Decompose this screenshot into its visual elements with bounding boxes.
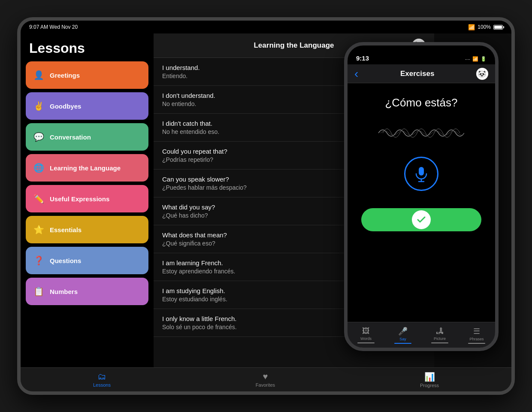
phone-tab-icon-2: 🏞 <box>436 327 444 336</box>
phone-tab-bar: 🖼 Words 🎤 Say 🏞 Picture ☰ Phrases <box>348 322 495 348</box>
lesson-icon-4: ✏️ <box>33 193 45 205</box>
lesson-icon-3: 🌐 <box>33 162 45 174</box>
lesson-icon-7: 📋 <box>33 285 45 297</box>
mic-button[interactable] <box>404 157 438 191</box>
phone-tab-label-3: Phrases <box>469 337 484 341</box>
phone-tab-phrases[interactable]: ☰ Phrases <box>468 327 485 344</box>
phone-signal-icon: ···· <box>465 57 470 62</box>
lesson-label-3: Learning the Language <box>50 164 121 172</box>
phone-tab-indicator-2 <box>431 342 448 343</box>
success-check-icon <box>412 210 431 229</box>
lesson-label-6: Questions <box>50 257 81 264</box>
lesson-item-conversation[interactable]: 💬 Conversation <box>26 123 148 151</box>
phone-tab-say[interactable]: 🎤 Say <box>394 327 411 344</box>
phone-tab-label-1: Say <box>399 337 406 341</box>
phone-back-button[interactable]: ‹ <box>354 67 358 81</box>
lesson-label-5: Essentials <box>50 226 82 233</box>
lesson-label-2: Conversation <box>50 133 91 141</box>
tablet-frame: 9:07 AM Wed Nov 20 📶 100% Lessons 👤 Gree… <box>17 17 515 395</box>
lesson-item-useful-expressions[interactable]: ✏️ Useful Expressions <box>26 185 148 212</box>
svg-rect-0 <box>419 167 424 176</box>
lesson-item-essentials[interactable]: ⭐ Essentials <box>26 216 148 243</box>
lesson-icon-0: 👤 <box>33 69 45 81</box>
phone-nav-title: Exercises <box>400 70 434 78</box>
bottom-tab-progress[interactable]: 📊 Progress <box>420 372 439 388</box>
phone-tab-picture[interactable]: 🏞 Picture <box>431 327 448 343</box>
phone-tab-icon-0: 🖼 <box>362 327 370 336</box>
lesson-item-learning-the-language[interactable]: 🌐 Learning the Language <box>26 154 148 182</box>
wifi-icon: 📶 <box>468 24 475 30</box>
tablet-bottom-bar: 🗂 Lessons ♥ Favorites 📊 Progress <box>21 367 511 391</box>
phone-main-area: ¿Cómo estás? <box>348 83 495 322</box>
bottom-tab-icon-2: 📊 <box>424 372 435 382</box>
phone-nav-bar: ‹ Exercises 🐼 <box>348 64 495 83</box>
phone-frame: 9:13 ···· 📶 🔋 ‹ Exercises 🐼 ¿Cómo estás? <box>344 42 499 351</box>
phone-wrapper: 9:13 ···· 📶 🔋 ‹ Exercises 🐼 ¿Cómo estás? <box>344 42 499 351</box>
mic-icon <box>413 165 430 182</box>
battery-label: 100% <box>478 24 491 30</box>
lesson-label-4: Useful Expressions <box>50 195 109 203</box>
tablet-status-bar: 9:07 AM Wed Nov 20 📶 100% <box>21 21 511 33</box>
waveform-display <box>378 122 464 144</box>
lesson-icon-1: ✌️ <box>33 100 45 112</box>
mic-button-container <box>404 157 438 191</box>
phone-time: 9:13 <box>356 55 369 62</box>
phone-tab-label-2: Picture <box>434 336 446 341</box>
tablet-status-right: 📶 100% <box>468 24 503 30</box>
bottom-tab-label-1: Favorites <box>256 382 275 388</box>
lesson-icon-6: ❓ <box>33 254 45 267</box>
lesson-item-questions[interactable]: ❓ Questions <box>26 247 148 274</box>
checkmark-svg <box>416 215 426 225</box>
bottom-tab-lessons[interactable]: 🗂 Lessons <box>93 372 111 388</box>
lesson-item-greetings[interactable]: 👤 Greetings <box>26 61 148 89</box>
waveform-svg <box>378 122 464 144</box>
phone-status-right: ···· 📶 🔋 <box>465 56 487 62</box>
phone-tab-indicator-0 <box>357 342 375 343</box>
bottom-tab-label-0: Lessons <box>93 382 111 388</box>
bottom-tab-icon-0: 🗂 <box>97 372 106 382</box>
bottom-tab-icon-1: ♥ <box>263 372 268 382</box>
lessons-list: 👤 Greetings ✌️ Goodbyes 💬 Conversation 🌐… <box>21 61 154 367</box>
lesson-item-numbers[interactable]: 📋 Numbers <box>26 278 148 305</box>
tablet-time: 9:07 AM Wed Nov 20 <box>29 24 78 30</box>
bottom-tab-favorites[interactable]: ♥ Favorites <box>256 372 275 388</box>
lesson-item-goodbyes[interactable]: ✌️ Goodbyes <box>26 92 148 120</box>
lesson-icon-2: 💬 <box>33 131 45 143</box>
phone-tab-indicator-1 <box>394 343 411 344</box>
phone-tab-icon-1: 🎤 <box>398 327 408 336</box>
phone-wifi-icon: 📶 <box>472 56 478 62</box>
success-bar[interactable] <box>361 208 481 231</box>
sidebar: Lessons 👤 Greetings ✌️ Goodbyes 💬 Conver… <box>21 33 154 367</box>
sidebar-title: Lessons <box>21 33 154 61</box>
phone-tab-indicator-3 <box>468 343 485 344</box>
phone-battery-icon: 🔋 <box>481 56 487 62</box>
lesson-label-1: Goodbyes <box>50 103 81 110</box>
lesson-label-0: Greetings <box>50 72 80 79</box>
phone-panda-avatar[interactable]: 🐼 <box>476 68 488 80</box>
battery-bar <box>493 25 503 30</box>
lesson-icon-5: ⭐ <box>33 224 45 236</box>
phone-notch <box>396 45 447 57</box>
phone-tab-words[interactable]: 🖼 Words <box>357 327 375 343</box>
phone-tab-label-0: Words <box>360 336 372 341</box>
lesson-label-7: Numbers <box>50 288 78 295</box>
battery-fill <box>494 26 502 29</box>
exercise-question: ¿Cómo estás? <box>385 96 457 109</box>
bottom-tab-label-2: Progress <box>420 383 439 388</box>
phone-tab-icon-3: ☰ <box>473 327 480 336</box>
